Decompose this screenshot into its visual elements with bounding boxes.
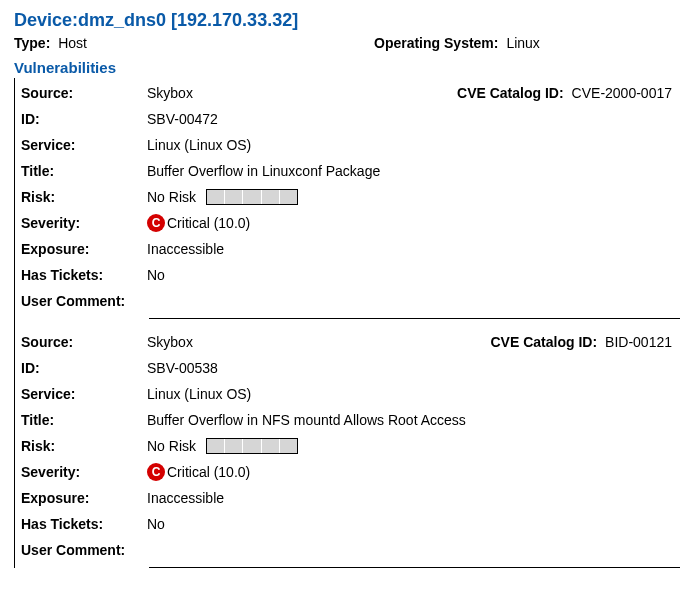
risk-segment (243, 439, 261, 453)
risk-segment (262, 439, 280, 453)
service-label: Service: (19, 136, 147, 154)
severity-label: Severity: (19, 214, 147, 232)
title-label: Title: (19, 411, 147, 429)
id-value: SBV-00472 (147, 110, 218, 128)
risk-segment (280, 190, 297, 204)
device-title: Device:dmz_dns0 [192.170.33.32] (14, 10, 686, 31)
severity-value: Critical (10.0) (167, 214, 250, 232)
risk-segment (243, 190, 261, 204)
user-comment-label: User Comment: (19, 292, 147, 310)
cve-label: CVE Catalog ID: (490, 333, 597, 351)
cve-label: CVE Catalog ID: (457, 84, 564, 102)
risk-label: Risk: (19, 437, 147, 455)
source-value: Skybox (147, 333, 193, 351)
type-label: Type: (14, 35, 50, 51)
risk-segment (207, 439, 225, 453)
risk-meter (206, 438, 298, 454)
risk-segment (225, 190, 243, 204)
risk-label: Risk: (19, 188, 147, 206)
id-label: ID: (19, 110, 147, 128)
critical-icon: C (147, 214, 165, 232)
id-label: ID: (19, 359, 147, 377)
vulnerabilities-heading: Vulnerabilities (14, 59, 686, 76)
has-tickets-label: Has Tickets: (19, 515, 147, 533)
cve-value: BID-00121 (605, 333, 672, 351)
title-value: Buffer Overflow in Linuxconf Package (147, 162, 380, 180)
risk-segment (262, 190, 280, 204)
exposure-value: Inaccessible (147, 489, 224, 507)
title-value: Buffer Overflow in NFS mountd Allows Roo… (147, 411, 466, 429)
os-label: Operating System: (374, 35, 498, 51)
risk-segment (280, 439, 297, 453)
cve-value: CVE-2000-0017 (572, 84, 672, 102)
title-label: Title: (19, 162, 147, 180)
service-value: Linux (Linux OS) (147, 136, 251, 154)
user-comment-label: User Comment: (19, 541, 147, 559)
risk-value: No Risk (147, 188, 196, 206)
service-label: Service: (19, 385, 147, 403)
page-root: Device:dmz_dns0 [192.170.33.32] Type: Ho… (0, 0, 700, 590)
device-meta-row: Type: Host Operating System: Linux (14, 35, 686, 51)
os-value: Linux (506, 35, 539, 51)
separator (149, 318, 680, 319)
device-os: Operating System: Linux (374, 35, 686, 51)
has-tickets-label: Has Tickets: (19, 266, 147, 284)
has-tickets-value: No (147, 515, 165, 533)
vulnerabilities-list: Source: Skybox CVE Catalog ID: CVE-2000-… (14, 78, 686, 568)
device-type: Type: Host (14, 35, 374, 51)
exposure-value: Inaccessible (147, 240, 224, 258)
separator (149, 567, 680, 568)
vulnerability-item: Source: Skybox CVE Catalog ID: BID-00121… (15, 327, 686, 568)
severity-value: Critical (10.0) (167, 463, 250, 481)
type-value: Host (58, 35, 87, 51)
risk-value: No Risk (147, 437, 196, 455)
risk-segment (225, 439, 243, 453)
exposure-label: Exposure: (19, 240, 147, 258)
service-value: Linux (Linux OS) (147, 385, 251, 403)
risk-segment (207, 190, 225, 204)
source-value: Skybox (147, 84, 193, 102)
critical-icon: C (147, 463, 165, 481)
severity-label: Severity: (19, 463, 147, 481)
source-label: Source: (19, 333, 147, 351)
vulnerability-item: Source: Skybox CVE Catalog ID: CVE-2000-… (15, 78, 686, 319)
source-label: Source: (19, 84, 147, 102)
id-value: SBV-00538 (147, 359, 218, 377)
exposure-label: Exposure: (19, 489, 147, 507)
has-tickets-value: No (147, 266, 165, 284)
risk-meter (206, 189, 298, 205)
